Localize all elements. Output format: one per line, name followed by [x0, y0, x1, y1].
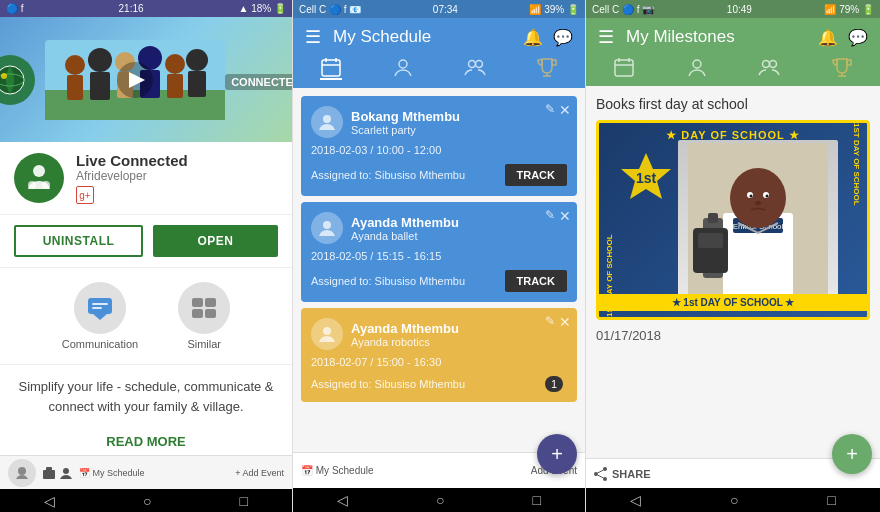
home-nav-icon[interactable]: ○	[143, 493, 151, 509]
p3-tab-group[interactable]	[758, 56, 780, 78]
p3-hamburger-icon[interactable]: ☰	[598, 26, 614, 48]
milestone-banner-bottom: ★ 1st DAY OF SCHOOL ★	[599, 294, 867, 311]
p2-sys-nav: ◁ ○ □	[293, 488, 585, 512]
p1-app-title: Live Connected	[76, 152, 188, 169]
svg-point-64	[750, 194, 753, 197]
svg-rect-29	[205, 309, 216, 318]
event-2-assigned: Assigned to: Sibusiso Mthembu	[311, 275, 465, 287]
p3-tab-person[interactable]	[686, 56, 708, 78]
svg-rect-46	[615, 60, 633, 76]
p1-footer-schedule: 📅 My Schedule	[79, 468, 145, 478]
svg-rect-25	[92, 307, 102, 309]
event-1-date: 2018-02-03 / 10:00 - 12:00	[311, 144, 567, 156]
p1-status-left: 🔵 f	[6, 3, 24, 14]
event-3-assigned: Assigned to: Sibusiso Mthembu	[311, 378, 465, 390]
p3-header-title: My Milestones	[626, 27, 806, 47]
p2-back-icon[interactable]: ◁	[337, 492, 348, 508]
p3-tab-trophy[interactable]	[831, 56, 853, 78]
p2-recents-icon[interactable]: □	[533, 492, 541, 508]
uninstall-button[interactable]: UNINSTALL	[14, 225, 143, 257]
chat-icon[interactable]: 💬	[553, 28, 573, 47]
panel3-milestones: Cell C 🔵 f 📷 10:49 📶 79% 🔋 ☰ My Mileston…	[586, 0, 880, 512]
svg-rect-32	[46, 467, 52, 471]
svg-rect-34	[322, 60, 340, 76]
p3-fab-button[interactable]: +	[832, 434, 872, 474]
p3-tabs	[586, 56, 880, 86]
p2-home-icon[interactable]: ○	[436, 492, 444, 508]
p3-chat-icon[interactable]: 💬	[848, 28, 868, 47]
open-button[interactable]: OPEN	[153, 225, 278, 257]
milestone-side-left: 1ST DAY OF SCHOOL	[605, 123, 614, 317]
communication-icon	[74, 282, 126, 334]
event-1-subtitle: Scarlett party	[351, 124, 460, 136]
p1-hero-banner: CONNECTED	[0, 17, 292, 142]
p1-status-bar: 🔵 f 21:16 ▲ 18% 🔋	[0, 0, 292, 17]
event-3-close-icon[interactable]: ✕	[559, 314, 571, 330]
event-3-date: 2018-02-07 / 15:00 - 16:30	[311, 356, 567, 368]
svg-point-15	[186, 49, 208, 71]
p2-status-bar: Cell C 🔵 f 📧 07:34 📶 39% 🔋	[293, 0, 585, 18]
event-3-edit-icon[interactable]: ✎	[545, 314, 555, 328]
p1-status-right: ▲ 18% 🔋	[239, 3, 286, 14]
p1-globe-icon	[0, 55, 35, 105]
svg-point-5	[65, 55, 85, 75]
recents-nav-icon[interactable]: □	[240, 493, 248, 509]
p3-bell-icon[interactable]: 🔔	[818, 28, 838, 47]
tab-trophy[interactable]	[536, 56, 558, 80]
bell-icon[interactable]: 🔔	[523, 28, 543, 47]
tab-group[interactable]	[464, 56, 486, 80]
p1-action-buttons: UNINSTALL OPEN	[0, 215, 292, 268]
event-1-close-icon[interactable]: ✕	[559, 102, 571, 118]
tab-calendar[interactable]	[320, 56, 342, 80]
svg-point-50	[693, 60, 701, 68]
p3-header: ☰ My Milestones 🔔 💬	[586, 18, 880, 56]
svg-point-21	[42, 181, 50, 189]
event-1-track-button[interactable]: TRACK	[505, 164, 568, 186]
hamburger-menu-icon[interactable]: ☰	[305, 26, 321, 48]
p2-header: ☰ My Schedule 🔔 💬	[293, 18, 585, 56]
p2-status-left: Cell C 🔵 f 📧	[299, 4, 361, 15]
p1-gplus-icon: g+	[76, 186, 94, 204]
p3-tab-calendar[interactable]	[613, 56, 635, 78]
p2-status-time: 07:34	[433, 4, 458, 15]
event-2-subtitle: Ayanda ballet	[351, 230, 459, 242]
p3-back-icon[interactable]: ◁	[630, 492, 641, 508]
p3-content: Books first day at school ★ DAY OF SCHOO…	[586, 86, 880, 458]
p1-nav-icons-row	[42, 466, 73, 480]
p2-tabs	[293, 56, 585, 88]
p2-footer-schedule[interactable]: 📅 My Schedule	[301, 465, 374, 476]
similar-label: Similar	[187, 338, 221, 350]
p3-header-icons: 🔔 💬	[818, 28, 868, 47]
share-label[interactable]: SHARE	[612, 468, 651, 480]
p3-recents-icon[interactable]: □	[827, 492, 835, 508]
event-2-edit-icon[interactable]: ✎	[545, 208, 555, 222]
p3-status-left: Cell C 🔵 f 📷	[592, 4, 654, 15]
svg-line-75	[598, 475, 604, 478]
event-card-2: ✕ ✎ Ayanda Mthembu Ayanda ballet 2018-02…	[301, 202, 577, 302]
event-1-edit-icon[interactable]: ✎	[545, 102, 555, 116]
back-nav-icon[interactable]: ◁	[44, 493, 55, 509]
event-2-track-button[interactable]: TRACK	[505, 270, 568, 292]
milestone-date: 01/17/2018	[596, 328, 870, 343]
similar-icon	[178, 282, 230, 334]
svg-marker-23	[93, 314, 107, 320]
svg-point-40	[476, 61, 483, 68]
p3-home-icon[interactable]: ○	[730, 492, 738, 508]
event-2-close-icon[interactable]: ✕	[559, 208, 571, 224]
p1-similar-item[interactable]: Similar	[178, 282, 230, 350]
svg-point-38	[399, 60, 407, 68]
svg-point-20	[28, 181, 36, 189]
svg-point-52	[770, 61, 777, 68]
tab-person[interactable]	[392, 56, 414, 80]
svg-point-44	[323, 221, 331, 229]
svg-rect-68	[708, 213, 718, 223]
read-more-button[interactable]: READ MORE	[0, 428, 292, 455]
p1-communication-item[interactable]: Communication	[62, 282, 138, 350]
svg-rect-28	[192, 309, 203, 318]
panel2-schedule: Cell C 🔵 f 📧 07:34 📶 39% 🔋 ☰ My Schedule…	[293, 0, 586, 512]
p2-fab-button[interactable]: +	[537, 434, 577, 474]
p1-app-details: Live Connected Afrideveloper g+	[76, 152, 188, 204]
p3-status-right: 📶 79% 🔋	[824, 4, 874, 15]
panel1-app-store: 🔵 f 21:16 ▲ 18% 🔋	[0, 0, 293, 512]
svg-point-66	[755, 201, 761, 205]
